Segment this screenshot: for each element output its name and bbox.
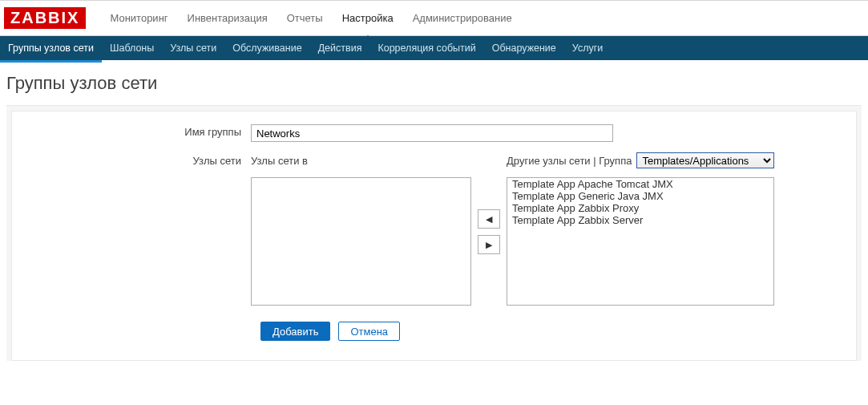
content-wrap: Имя группы Узлы сети Узлы сети в ◀ [6, 105, 862, 361]
topmenu-monitoring[interactable]: Мониторинг [100, 1, 177, 35]
add-button[interactable]: Добавить [260, 322, 330, 341]
input-group-name[interactable] [251, 124, 613, 142]
row-nodes: Узлы сети Узлы сети в ◀ ▶ [26, 153, 842, 306]
logo: ZABBIX [4, 7, 86, 29]
arrow-left-button[interactable]: ◀ [478, 209, 500, 229]
left-header: Узлы сети в [251, 153, 471, 168]
col-arrows: ◀ ▶ [471, 153, 507, 261]
list-item[interactable]: Template App Apache Tomcat JMX [507, 178, 773, 190]
content-panel: Имя группы Узлы сети Узлы сети в ◀ [11, 111, 857, 361]
submenu-hostgroups[interactable]: Группы узлов сети [0, 36, 102, 63]
buttons-row: Добавить Отмена [260, 322, 842, 341]
topmenu-configuration[interactable]: Настройка [333, 1, 403, 35]
submenu-maintenance[interactable]: Обслуживание [224, 36, 309, 60]
label-nodes: Узлы сети [26, 153, 251, 306]
col-right: Другие узлы сети | Группа Templates/Appl… [507, 153, 774, 306]
submenu-discovery[interactable]: Обнаружение [484, 36, 564, 60]
list-item[interactable]: Template App Generic Java JMX [507, 190, 773, 202]
page-title: Группы узлов сети [0, 60, 868, 105]
listbox-right[interactable]: Template App Apache Tomcat JMX Template … [507, 177, 774, 306]
submenu-correlation[interactable]: Корреляция событий [369, 36, 483, 60]
submenu-services[interactable]: Услуги [564, 36, 611, 60]
cancel-button[interactable]: Отмена [338, 322, 400, 341]
group-select[interactable]: Templates/Applications [636, 152, 774, 168]
top-menu: Мониторинг Инвентаризация Отчеты Настрой… [100, 1, 521, 35]
list-item[interactable]: Template App Zabbix Server [507, 214, 773, 226]
topmenu-administration[interactable]: Администрирование [403, 1, 522, 35]
arrow-left-icon: ◀ [486, 214, 492, 225]
row-group-name: Имя группы [26, 124, 842, 142]
topmenu-reports[interactable]: Отчеты [277, 1, 333, 35]
topmenu-inventory[interactable]: Инвентаризация [178, 1, 277, 35]
submenu-hosts[interactable]: Узлы сети [162, 36, 224, 60]
nodes-layout: Узлы сети в ◀ ▶ Другие узлы сети | [251, 153, 842, 306]
col-left: Узлы сети в [251, 153, 471, 306]
topbar: ZABBIX Мониторинг Инвентаризация Отчеты … [0, 0, 868, 36]
sub-menu: Группы узлов сети Шаблоны Узлы сети Обсл… [0, 36, 868, 60]
arrow-right-button[interactable]: ▶ [478, 235, 500, 254]
submenu-templates[interactable]: Шаблоны [102, 36, 162, 60]
right-header: Другие узлы сети | Группа Templates/Appl… [507, 153, 774, 168]
arrow-right-icon: ▶ [486, 240, 492, 250]
right-header-prefix: Другие узлы сети | Группа [507, 155, 632, 167]
listbox-left[interactable] [251, 177, 471, 306]
label-group-name: Имя группы [26, 124, 251, 142]
list-item[interactable]: Template App Zabbix Proxy [507, 202, 773, 214]
